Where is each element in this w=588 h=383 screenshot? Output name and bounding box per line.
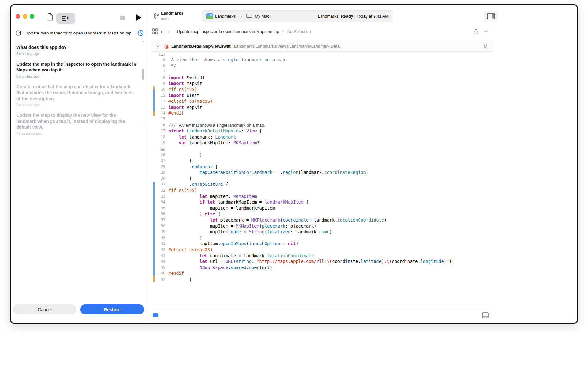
code-line[interactable]: 45 NSWorkspace.shared.open(url) [151, 265, 492, 271]
code-line[interactable]: 46#endif [151, 270, 492, 276]
code-line-text: struct LandmarkDetailMapView: View { [165, 128, 262, 134]
disclosure-chevron-icon[interactable] [156, 45, 160, 48]
coding-assistant-button[interactable] [56, 13, 75, 24]
code-area[interactable]: 5 A view that shows a single landmark on… [151, 52, 492, 282]
code-line[interactable]: 44 let url = URL(string: "http://maps.ap… [151, 259, 492, 265]
code-line[interactable]: 17struct LandmarkDetailMapView: View { [151, 128, 492, 134]
line-number: 30 [151, 176, 165, 182]
code-line[interactable]: 36 } else { [151, 211, 492, 217]
code-line[interactable]: 13import AppKit [151, 104, 492, 110]
code-line-text: mapItem.name = String(localized: landmar… [165, 229, 332, 235]
code-line[interactable]: 30 } [151, 176, 492, 182]
code-line[interactable]: 18 let landmark: Landmark [151, 134, 492, 140]
code-line-text [165, 69, 168, 75]
code-fold-row[interactable] [151, 146, 492, 152]
code-editor: LandmarkDetailMapView.swift Landmarks/La… [151, 41, 492, 320]
code-line[interactable]: 37 let placemark = MKPlacemark(coordinat… [151, 217, 492, 223]
code-line[interactable]: 38 mapItem = MKMapItem(placemark: placem… [151, 223, 492, 229]
code-line[interactable]: 26 } [151, 152, 492, 158]
code-line-text: let placemark = MKPlacemark(coordinate: … [165, 217, 387, 223]
code-line[interactable]: 28 .onAppear { [151, 164, 492, 170]
code-line[interactable]: 31 .onTapGesture { [151, 181, 492, 187]
destination-project: Landmarks [215, 14, 236, 19]
zoom-window-button[interactable] [30, 14, 34, 19]
line-number [151, 146, 165, 152]
code-line[interactable]: 43 let coordinate = landmark.locationCoo… [151, 253, 492, 259]
code-line[interactable]: 39 mapItem.name = String(localized: land… [151, 229, 492, 235]
new-conversation-icon[interactable] [16, 30, 22, 36]
chat-message[interactable]: Update the map in the inspector to open … [16, 61, 137, 78]
code-line[interactable]: 34 if let landmarkMapItem = landmarkMapI… [151, 199, 492, 205]
bottom-bar-toggle-button[interactable] [482, 312, 489, 318]
inspector-toggle-button[interactable] [484, 11, 498, 21]
code-line[interactable]: 27 } [151, 158, 492, 164]
code-line[interactable]: 15 [151, 116, 492, 122]
document-icon[interactable] [47, 13, 53, 21]
breadcrumb-item[interactable]: Update map inspector to open landmark in… [177, 29, 279, 34]
line-number: 16 [151, 122, 165, 128]
line-number: 7 [151, 69, 165, 75]
code-line-text [165, 146, 168, 152]
coding-assistant-panel: Update map inspector to open landmark in… [11, 5, 147, 323]
code-line[interactable]: 19 var landmarkMapItem: MKMapItem? [151, 140, 492, 146]
code-line[interactable]: 35 mapItem = landmarkMapItem [151, 205, 492, 211]
restore-button[interactable]: Restore [80, 304, 144, 314]
chat-message[interactable]: What does this app do?3 minutes ago [16, 44, 137, 56]
breadcrumb-separator-icon: 〉 [282, 29, 284, 34]
sidebar-scrollbar[interactable] [142, 69, 144, 80]
code-line[interactable]: 29 mapCameraPositionForLandmark = .regio… [151, 169, 492, 176]
conversation-title-dropdown[interactable]: Update map inspector to open landmark in… [25, 31, 137, 35]
code-line[interactable]: 6 */ [151, 63, 492, 69]
line-number: 27 [151, 158, 165, 164]
history-button[interactable] [137, 29, 144, 37]
code-line-text [165, 116, 168, 122]
code-line[interactable]: 42#elseif os(macOS) [151, 247, 492, 253]
chat-message[interactable]: Update the map to display the new view f… [16, 112, 137, 135]
code-line[interactable]: 32#if os(iOS) [151, 187, 492, 193]
mac-icon [246, 14, 252, 19]
forward-button[interactable]: › [165, 28, 173, 34]
code-line-text: mapCameraPositionForLandmark = .region(l… [165, 169, 368, 176]
code-line[interactable]: 11import UIKit [151, 93, 492, 99]
back-button[interactable]: ‹ [158, 28, 165, 34]
code-line-text: import MapKit [165, 80, 202, 86]
code-line[interactable]: 14#endif [151, 110, 492, 116]
file-name[interactable]: LandmarkDetailMapView.swift [171, 44, 231, 49]
add-editor-button[interactable]: + [484, 28, 488, 35]
chat-message[interactable]: Create a view that the map can display f… [16, 84, 137, 107]
code-line[interactable]: 9import MapKit [151, 80, 492, 86]
cancel-button[interactable]: Cancel [13, 304, 76, 314]
code-line-text: #elseif os(macOS) [165, 98, 213, 104]
chevron-down-icon: ⌄ [134, 31, 137, 35]
code-line[interactable]: 7 [151, 69, 492, 75]
scheme-selector[interactable]: Landmarks main [153, 11, 183, 21]
code-line-text: mapItem = MKMapItem(placemark: placemark… [165, 223, 316, 229]
code-line[interactable]: 41 mapItem.openInMaps(launchOptions: nil… [151, 241, 492, 247]
code-line-text: import SwiftUI [165, 75, 205, 81]
code-line-text: import AppKit [165, 104, 202, 110]
related-items-button[interactable] [152, 28, 158, 34]
code-line[interactable]: 5 A view that shows a single landmark on… [151, 57, 492, 63]
code-line[interactable]: 33 let mapItem: MKMapItem [151, 193, 492, 199]
code-line[interactable]: 16/// A view that shows a single landmar… [151, 122, 492, 128]
minimize-window-button[interactable] [23, 14, 27, 19]
chat-message-text: What does this app do? [16, 44, 137, 50]
fold-indicator-icon[interactable] [160, 147, 165, 151]
code-line[interactable]: 8import SwiftUI [151, 75, 492, 81]
code-line-text: let mapItem: MKMapItem [165, 193, 257, 199]
code-line[interactable]: 47 } [151, 276, 492, 282]
code-line[interactable]: 12#elseif os(macOS) [151, 98, 492, 104]
chat-message-text: Create a view that the map can display f… [16, 84, 137, 102]
close-window-button[interactable] [16, 14, 20, 19]
file-path: Landmarks/Landmarks/Views/Landmarks/Land… [234, 44, 341, 49]
line-number: 9 [151, 80, 165, 86]
run-button[interactable] [136, 14, 142, 21]
line-number: 17 [151, 128, 165, 134]
code-line[interactable]: 10#if os(iOS) [151, 86, 492, 93]
breadcrumb[interactable]: Update map inspector to open landmark in… [177, 29, 311, 34]
stop-button[interactable] [120, 16, 125, 20]
activity-view[interactable]: Landmarks 〉 My Mac Landmarks: Ready | To… [202, 10, 393, 22]
code-line[interactable]: 40 } [151, 235, 492, 241]
fold-indicator-icon[interactable] [159, 53, 165, 56]
breadcrumb-separator-icon: 〉 [240, 14, 242, 19]
